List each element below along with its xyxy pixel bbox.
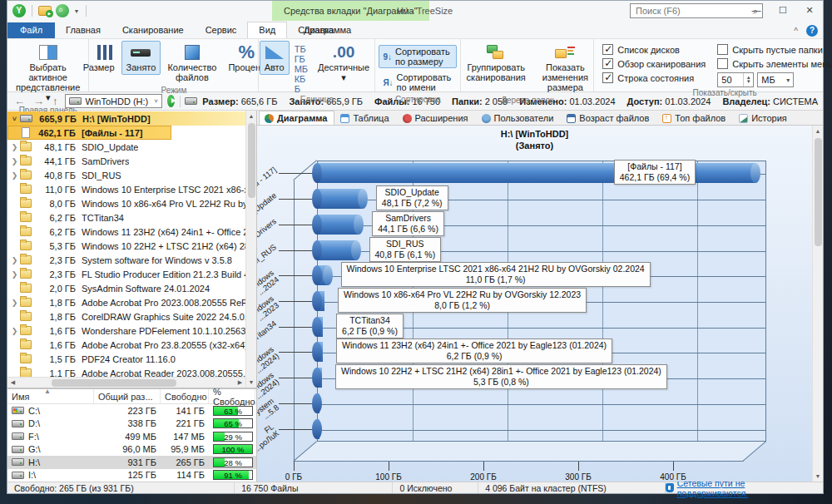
bar[interactable] (317, 265, 328, 285)
expander-icon[interactable]: ❯ (9, 256, 20, 264)
spinner-arrows-icon[interactable]: ▲▼ (743, 73, 753, 86)
tree-row[interactable]: ❯44,1 ГБSamDrivers (7, 154, 245, 168)
tree-row[interactable]: ❯48,1 ГБSDIO_Update (7, 140, 245, 154)
scroll-up-icon[interactable]: ▲ (249, 111, 255, 121)
tree-vertical-scrollbar[interactable]: ▲ ▼ (245, 111, 256, 388)
drive-row[interactable]: G:\96,0 МБ95,9 МБ100 % (7, 443, 256, 457)
expander-icon[interactable]: ❯ (9, 143, 20, 151)
chart-scroll-up-icon[interactable]: ▲ (815, 126, 821, 136)
drive-row[interactable]: I:\125 ГБ114 ГБ91 % (7, 469, 256, 482)
view-tab-hist[interactable]: История (733, 111, 795, 125)
tab-diagram-context[interactable]: Диаграмма (284, 22, 371, 38)
rescan-icon[interactable] (56, 4, 69, 17)
tree-row[interactable]: ˅665,9 ГБH:\ [WinToHDD] (7, 111, 245, 126)
expander-icon[interactable]: ˅ (9, 115, 20, 123)
threshold-unit-dropdown[interactable]: МБ▾ (757, 72, 794, 87)
threshold-spinner[interactable]: 50▲▼ (717, 72, 754, 87)
expander-icon[interactable]: ❯ (9, 171, 20, 180)
unit-letters[interactable]: ТБ ГБ МБ КБ Б (291, 41, 311, 94)
tab-сервис[interactable]: Сервис (195, 22, 248, 38)
tree-row[interactable]: ❯1,6 ГБWondershare PDFelement 10.1.10.25… (7, 324, 245, 338)
sort-button-1[interactable]: Я↓Сортировать по имени (379, 71, 457, 94)
view-tab-top[interactable]: Топ файлов (656, 111, 733, 125)
drive-row[interactable]: F:\499 МБ147 МБ29 % (7, 430, 256, 443)
tab-сканирование[interactable]: Сканирование (111, 22, 195, 38)
bar[interactable] (317, 240, 356, 260)
start-scan-button[interactable] (167, 95, 175, 107)
tree-row[interactable]: ❯2,3 ГБFL Studio Producer Edition 21.2.3… (7, 267, 245, 281)
checkbox-right-1[interactable]: Скрыть элементы меньше: (717, 58, 832, 69)
tree-horizontal-scrollbar[interactable]: ◀ ▶ (7, 377, 245, 388)
drives-column-header[interactable]: Общий раз... (94, 389, 161, 403)
drive-row[interactable]: C:\223 ГБ141 ГБ63 % (7, 404, 256, 418)
tree-row[interactable]: 5,3 ГБWindows 10 22H2 + LTSC 21H2 (x64) … (7, 239, 245, 253)
drives-header[interactable]: ИмяОбщий раз...Свободно% Свободно▲ (7, 389, 256, 404)
choose-view-button[interactable]: Выбрать активное представление ▾ (11, 41, 85, 105)
mode-button-hdd[interactable]: Занято (121, 41, 161, 75)
tree-row[interactable]: 11,0 ГБWindows 10 Enterprise LTSC 2021 x… (7, 182, 245, 196)
tree-row[interactable]: 1,6 ГБAdobe Acrobat Pro 23.8.20555 (x32-… (7, 338, 245, 352)
tree-button[interactable]: Группировать сканирования (462, 41, 531, 85)
tree-row[interactable]: 1,5 ГБPDF24 Creator 11.16.0 (7, 352, 245, 366)
collapse-ribbon-icon[interactable]: ^ (794, 27, 798, 36)
vscroll-thumb[interactable] (248, 123, 255, 198)
drives-column-header[interactable]: % Свободно (209, 389, 255, 403)
maximize-button[interactable]: ☐ (770, 1, 796, 21)
checkbox-left-2[interactable]: Строка состояния (602, 72, 706, 83)
scroll-right-icon[interactable]: ▶ (235, 379, 245, 386)
expander-icon[interactable]: ❯ (9, 157, 20, 166)
mode-button-cube[interactable]: Количество файлов (162, 41, 221, 85)
bar[interactable] (317, 368, 322, 388)
bar[interactable] (317, 342, 323, 362)
tree-row[interactable]: 8,0 ГБWindows 10 x86-x64 Pro VL 22H2 Ru … (7, 196, 245, 210)
minimize-button[interactable]: — (743, 1, 770, 21)
bar[interactable] (317, 317, 323, 337)
qat-dropdown-icon[interactable]: ▾ (73, 7, 80, 15)
mode-button-bars[interactable]: Размер (78, 41, 120, 75)
checkbox-left-1[interactable]: Обзор сканирования (602, 58, 706, 69)
bar[interactable] (317, 393, 319, 413)
scan-folder-icon[interactable] (38, 6, 52, 16)
checkbox-right-0[interactable]: Скрыть пустые папки (717, 44, 832, 55)
unit-auto-button[interactable]: Авто (260, 41, 290, 75)
bar[interactable] (317, 215, 359, 235)
tree-row[interactable]: 2,0 ГБSysAdmin Software 24.01.2024 (7, 281, 245, 295)
hscroll-thumb[interactable] (52, 379, 176, 387)
tab-вид[interactable]: Вид (247, 22, 287, 38)
bar[interactable] (317, 189, 363, 209)
tree-row[interactable]: ❯40,8 ГБSDI_RUS (7, 168, 245, 182)
view-tab-users[interactable]: Пользователи (476, 111, 562, 125)
view-tab-pie[interactable]: Диаграмма (259, 111, 334, 125)
decimals-button[interactable]: .00 Десятичные ▾ (313, 41, 374, 85)
drive-row[interactable]: H:\931 ГБ265 ГБ28 % (7, 456, 256, 469)
tab-файл[interactable]: Файл (7, 22, 55, 38)
drive-row[interactable]: D:\338 ГБ221 ГБ65 % (7, 418, 256, 431)
checkbox-left-0[interactable]: Список дисков (602, 44, 706, 55)
chart-vscroll-thumb[interactable] (815, 138, 822, 246)
tree-row[interactable]: 1,8 ГБCorelDRAW Graphics Suite 2022 24.5… (7, 309, 245, 324)
close-button[interactable]: ✕ (796, 1, 823, 21)
expander-icon[interactable]: ❯ (9, 270, 20, 279)
drives-column-header[interactable]: Имя (7, 389, 94, 403)
tree-row[interactable]: 462,1 ГБ[Файлы - 117] (7, 126, 245, 140)
tab-главная[interactable]: Главная (55, 22, 111, 38)
help-icon[interactable]: ? (806, 25, 818, 37)
tree-button[interactable]: Показать изменения размера (537, 41, 593, 95)
chart-vertical-scrollbar[interactable]: ▲ ▼ (812, 126, 823, 482)
scroll-left-icon[interactable]: ◀ (7, 379, 18, 386)
tree-row[interactable]: ❯1,8 ГБAdobe Acrobat Pro 2023.008.20555 … (7, 295, 245, 309)
view-tab-cal[interactable]: Возраст файлов (561, 111, 656, 125)
tree-row[interactable]: 6,2 ГБWindows 11 23H2 (x64) 24in1 +- Off… (7, 225, 245, 239)
view-tab-table[interactable]: Таблица (334, 111, 396, 125)
tree-row[interactable]: ❯2,3 ГБSystem software for Windows v 3.5… (7, 253, 245, 267)
bar[interactable] (317, 419, 319, 439)
tree-row[interactable]: 1,1 ГБAdobe Acrobat Reader 2023.008.2055… (7, 366, 245, 377)
view-tab-ext[interactable]: Расширения (397, 111, 476, 125)
expander-icon[interactable]: ❯ (9, 327, 20, 335)
sort-button-0[interactable]: 9↓Сортировать по размеру (379, 45, 457, 68)
drives-column-header[interactable]: Свободно (161, 389, 209, 403)
row-size: 462,1 ГБ (35, 128, 82, 138)
bar[interactable] (317, 291, 324, 311)
expander-icon[interactable]: ❯ (9, 299, 20, 307)
tree-row[interactable]: 6,2 ГБTCTitan34 (7, 210, 245, 225)
